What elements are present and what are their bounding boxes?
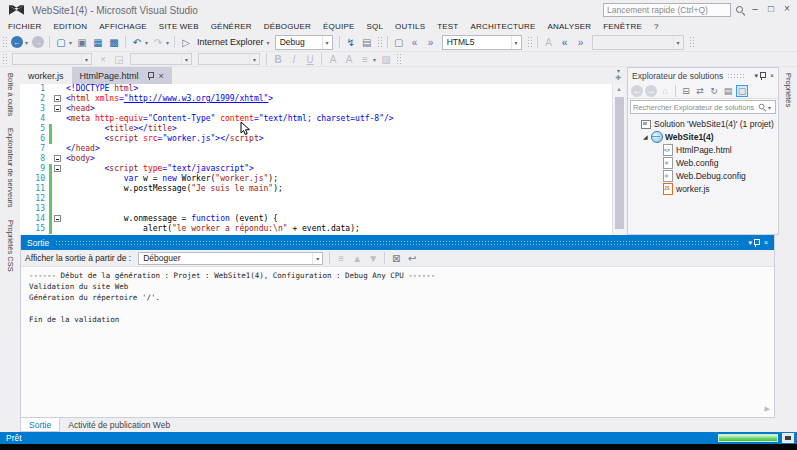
home-icon[interactable]: ⌂ (659, 85, 671, 97)
toolbar-grip[interactable] (2, 53, 7, 66)
expander-icon[interactable]: ◢ (643, 133, 651, 140)
scrollbar-thumb[interactable] (615, 97, 624, 229)
active-files-caret-icon[interactable]: ▾ (617, 67, 620, 74)
new-query-icon[interactable]: ▢ (392, 35, 406, 49)
dropdown-caret-icon[interactable]: ▾ (145, 39, 148, 46)
tree-item-htmlpage-html[interactable]: HtmlPage.html (628, 143, 778, 156)
font-family-combo[interactable]: ▾ (130, 53, 192, 65)
fold-collapse-icon[interactable] (54, 155, 61, 162)
redo-icon[interactable]: ↷ (151, 35, 165, 49)
tool-tab-propri-t-s-css[interactable]: Propriétés CSS (4, 214, 17, 278)
surround-with-tag-icon[interactable]: « (558, 35, 572, 49)
se-forward-icon[interactable]: → (645, 85, 657, 97)
dropdown-caret-icon[interactable]: ▾ (267, 39, 270, 46)
save-icon[interactable]: ▦ (91, 35, 105, 49)
panel-tab-activit-de-publication-web[interactable]: Activité de publication Web (60, 418, 178, 432)
toolbar-grip[interactable] (396, 53, 401, 66)
toolbox-icon[interactable]: ▤ (360, 35, 374, 49)
tree-item-web-debug-config[interactable]: Web.Debug.config (628, 169, 778, 182)
tree-item-web-config[interactable]: Web.config (628, 156, 778, 169)
previous-message-icon[interactable]: ▲ (350, 251, 364, 265)
dropdown-caret-icon[interactable]: ▾ (69, 39, 72, 46)
menu-item-13[interactable]: ? (648, 22, 665, 31)
close-icon[interactable]: × (159, 72, 164, 80)
fold-collapse-icon[interactable] (54, 95, 61, 102)
quick-launch-box[interactable]: Lancement rapide (Ctrl+Q) (603, 3, 731, 17)
menu-d-boguer[interactable]: DÉBOGUER (258, 22, 317, 31)
output-source-combo[interactable]: Déboguer ▾ (138, 252, 323, 265)
format-document-icon[interactable]: A (542, 35, 556, 49)
new-file-icon[interactable]: ▢ (54, 35, 68, 49)
se-back-icon[interactable]: ← (631, 85, 643, 97)
fold-collapse-icon[interactable] (54, 215, 61, 222)
collapse-all-icon[interactable]: ⊟ (680, 85, 692, 97)
attach-process-icon[interactable]: ↯ (344, 35, 358, 49)
minimize-button[interactable]: – (747, 0, 763, 18)
toolbar-grip[interactable] (689, 36, 694, 49)
solution-config-combo[interactable]: Debug▾ (275, 35, 333, 50)
maximize-button[interactable]: □ (763, 0, 779, 18)
toolbar-grip[interactable] (2, 36, 7, 49)
doctype-combo[interactable]: HTML5▾ (442, 35, 522, 50)
tree-item-worker-js[interactable]: worker.js (628, 182, 778, 195)
background-color-icon[interactable]: A (342, 52, 356, 66)
navigate-backward-tag-icon[interactable]: « (408, 35, 422, 49)
close-icon[interactable]: × (764, 239, 768, 246)
menu-quipe[interactable]: ÉQUIPE (317, 22, 360, 31)
menu-edition[interactable]: EDITION (47, 22, 93, 31)
clear-styles-icon[interactable]: × (96, 52, 110, 66)
menu-analyser[interactable]: ANALYSER (542, 22, 598, 31)
browser-target-label[interactable]: Internet Explorer (197, 37, 264, 47)
scroll-up-icon[interactable]: ▲ (613, 84, 625, 94)
word-wrap-icon[interactable]: ↩ (405, 251, 419, 265)
tool-tab-explorateur-de-serveurs[interactable]: Explorateur de serveurs (4, 122, 17, 214)
tool-tab-propri-t-s[interactable]: Propriétés (782, 67, 795, 113)
nav-forward-icon[interactable]: → (32, 36, 44, 48)
font-size-combo[interactable]: ▾ (198, 53, 260, 65)
font-color-icon[interactable]: A (326, 52, 340, 66)
tool-tab-bo-te-outils[interactable]: Boîte à outils (4, 67, 17, 122)
bold-icon[interactable]: B (271, 52, 285, 66)
pin-icon[interactable] (752, 238, 760, 248)
menu-fichier[interactable]: FICHIER (2, 22, 47, 31)
solution-explorer-header[interactable]: Explorateur de solutions ▾ × (628, 68, 778, 83)
menu-test[interactable]: TEST (431, 22, 464, 31)
document-tab-worker-js[interactable]: worker.js (20, 67, 72, 84)
show-all-files-icon[interactable]: ▤ (722, 85, 734, 97)
editor-vertical-scrollbar[interactable]: ▲ (612, 84, 625, 235)
document-tab-htmlpage-html[interactable]: HtmlPage.html× (72, 67, 172, 84)
navigate-forward-tag-icon[interactable]: » (424, 35, 438, 49)
close-button[interactable]: × (779, 0, 795, 18)
toolbar-grip[interactable] (527, 36, 532, 49)
scroll-right-icon[interactable]: ▶ (765, 405, 770, 413)
add-item-icon[interactable]: ▣ (75, 35, 89, 49)
tree-item-solution-website1-4-1-projet[interactable]: Solution 'WebSite1(4)' (1 projet) (628, 117, 778, 130)
fold-collapse-icon[interactable] (54, 105, 61, 112)
code-editor[interactable]: 1<!DOCTYPE html>2<html xmlns="http://www… (20, 84, 612, 235)
pin-icon[interactable] (758, 71, 766, 81)
tree-item-website1-4[interactable]: ◢WebSite1(4) (628, 130, 778, 143)
target-rule-icon[interactable]: ◲ (112, 52, 126, 66)
pin-icon[interactable] (146, 71, 154, 81)
fold-collapse-icon[interactable] (54, 165, 61, 172)
panel-tab-sortie[interactable]: Sortie (20, 418, 60, 432)
refresh-icon[interactable]: ↻ (708, 85, 720, 97)
remove-tag-icon[interactable]: » (574, 35, 588, 49)
menu-architecture[interactable]: ARCHITECTURE (464, 22, 541, 31)
highlight-icon[interactable]: ▨ (379, 52, 393, 66)
browser-link-combo[interactable]: ▾ (592, 35, 684, 50)
nav-back-icon[interactable]: ← (11, 36, 23, 48)
preview-selected-items-icon[interactable]: ▢ (736, 85, 748, 97)
toolbar-grip[interactable] (377, 36, 382, 49)
output-header[interactable]: Sortie ▾ × (21, 235, 774, 250)
start-debug-icon[interactable]: ▷ (179, 35, 193, 49)
next-message-icon[interactable]: ▼ (366, 251, 380, 265)
search-options-caret-icon[interactable]: ▾ (768, 104, 771, 111)
find-message-icon[interactable]: ≡ (334, 251, 348, 265)
menu-fen-tre[interactable]: FENÊTRE (597, 22, 648, 31)
undo-icon[interactable]: ↶ (130, 35, 144, 49)
publish-monitor-icon[interactable] (782, 433, 794, 443)
output-text-area[interactable]: ------ Début de la génération : Projet :… (21, 267, 774, 416)
menu-outils[interactable]: OUTILS (389, 22, 431, 31)
menu-g-n-rer[interactable]: GÉNÉRER (205, 22, 258, 31)
